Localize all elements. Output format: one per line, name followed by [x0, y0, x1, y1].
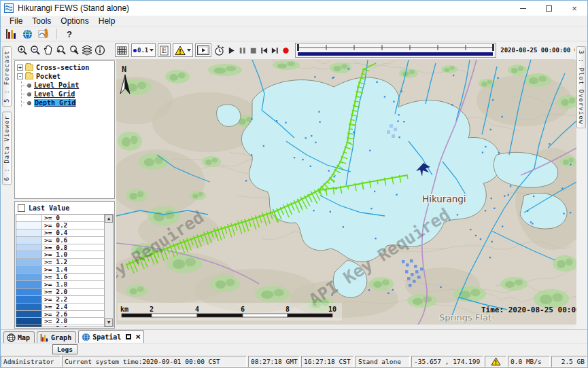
svg-text:2: 2: [150, 306, 154, 313]
globe-outline-icon: [7, 333, 16, 342]
logs-row: Logs: [1, 343, 587, 355]
legend-value: >= 0.8: [42, 244, 67, 251]
tree-leaf-label[interactable]: Level Grid: [34, 90, 75, 98]
status-bar: Administrator Current system time:2020-0…: [1, 355, 587, 367]
tree-leaf-label[interactable]: Level Point: [34, 81, 79, 89]
last-value-checkbox[interactable]: [18, 204, 25, 212]
status-local-time: 16:27:18 CST: [301, 356, 354, 367]
tree-node[interactable]: - Pocket: [16, 72, 114, 81]
step-back-button[interactable]: [260, 43, 269, 57]
legend-row[interactable]: >= 2.4: [16, 303, 104, 311]
maximize-button[interactable]: [536, 1, 561, 16]
tree-node-label[interactable]: Cross-section: [36, 64, 89, 71]
last-value-label: Last Value: [29, 204, 69, 212]
current-time-display: 2020-08-25 00:00:00 CST: [500, 47, 585, 54]
legend-value: >= 2.0: [42, 289, 67, 295]
legend-color-swatch: [16, 222, 42, 229]
forecast-dialog-icon[interactable]: [37, 29, 50, 39]
tree-leaf-selected[interactable]: Depth Grid: [22, 98, 114, 107]
tab-close-icon[interactable]: ×: [135, 333, 141, 340]
toolbar-separator: [56, 29, 57, 39]
right-tab-strip: 3 : Plot Overview: [575, 41, 587, 329]
status-mode: Stand alone: [356, 356, 410, 367]
menu-item[interactable]: Options: [56, 16, 93, 26]
svg-text:8: 8: [286, 306, 290, 313]
threshold-dropdown[interactable]: 0.1: [131, 43, 156, 57]
minimize-button[interactable]: [510, 1, 536, 16]
logs-button[interactable]: Logs: [52, 344, 77, 354]
sidebar-tab-plot-overview[interactable]: 3 : Plot Overview: [576, 46, 586, 128]
sidebar-tab-forecast[interactable]: 5 : Forecast: [2, 46, 12, 107]
tree-leaf[interactable]: Level Point: [22, 81, 114, 90]
legend-value: >= 2.6: [42, 311, 67, 318]
help-button[interactable]: ?: [64, 29, 75, 39]
left-panel: + Cross-section - Pocket Level Point Lev…: [13, 60, 116, 329]
step-forward-button[interactable]: [271, 43, 279, 57]
next-zoom-icon[interactable]: [69, 43, 80, 57]
legend-row[interactable]: >= 3.0: [16, 325, 104, 327]
tree-node[interactable]: + Cross-section: [16, 63, 114, 72]
bar-chart-icon: [40, 333, 49, 342]
sidebar-tab-data-viewer[interactable]: 6 : Data Viewer: [2, 111, 12, 185]
data-tree[interactable]: + Cross-section - Pocket Level Point Lev…: [14, 60, 115, 199]
grid-display-button[interactable]: [115, 43, 129, 57]
svg-text:10: 10: [328, 306, 336, 313]
tab-maximize-icon[interactable]: [126, 334, 131, 339]
play-button[interactable]: [227, 43, 236, 57]
legend-color-swatch: [16, 274, 42, 280]
map-display-icon[interactable]: [21, 29, 33, 39]
svg-text:6: 6: [241, 306, 245, 313]
info-icon[interactable]: [94, 43, 105, 57]
legend-panel: Last Value >= 0: [14, 201, 115, 329]
animation-dialog-button[interactable]: [195, 43, 211, 57]
stop-button[interactable]: [249, 43, 258, 57]
scroll-down-icon[interactable]: ▼: [105, 318, 113, 327]
chevron-down-icon: [150, 49, 154, 52]
node-bullet-icon: [27, 101, 31, 105]
tab-graph[interactable]: Graph: [37, 331, 76, 343]
previous-zoom-icon[interactable]: [56, 43, 67, 57]
status-memory: 2.5 GB: [551, 356, 587, 367]
tree-node-label[interactable]: Pocket: [36, 73, 60, 80]
title-bar: Hikurangi FEWS (Stand alone) ×: [1, 1, 587, 16]
labels-toggle-button[interactable]: E: [158, 43, 171, 57]
timeseries-dialog-icon[interactable]: [5, 29, 17, 39]
tree-leaf-label[interactable]: Depth Grid: [34, 99, 76, 107]
map-canvas[interactable]: API Key Required API Key Required Hikura…: [116, 60, 576, 325]
time-settings-icon[interactable]: [213, 43, 225, 57]
legend-table: >= 0 >= 0.2: [16, 214, 114, 327]
pause-button[interactable]: [238, 43, 247, 57]
menu-item[interactable]: Help: [94, 16, 120, 26]
menu-item[interactable]: Tools: [27, 16, 56, 26]
legend-scrollbar[interactable]: ▲ ▼: [104, 215, 113, 327]
menu-item[interactable]: File: [5, 16, 27, 26]
warnings-dropdown[interactable]: [173, 43, 193, 57]
legend-value: >= 1.0: [42, 251, 67, 258]
expand-toggle-icon[interactable]: +: [17, 65, 23, 71]
tree-leaf[interactable]: Level Grid: [22, 90, 114, 98]
legend-row[interactable]: >= 0.6: [16, 237, 104, 244]
status-gmt-time: 08:27:18 GMT: [248, 356, 300, 367]
svg-text:km: km: [120, 306, 128, 313]
threshold-dot-icon: [133, 49, 137, 52]
record-button[interactable]: [281, 43, 290, 57]
close-button[interactable]: ×: [561, 1, 587, 16]
zoom-in-icon[interactable]: [17, 43, 28, 57]
layers-icon[interactable]: [82, 43, 92, 57]
tab-map[interactable]: Map: [3, 331, 35, 343]
map-view[interactable]: API Key Required API Key Required Hikura…: [116, 60, 575, 329]
legend-value: >= 1.8: [42, 281, 67, 288]
legend-value: >= 1.2: [42, 259, 67, 265]
tab-spatial[interactable]: Spatial ×: [78, 330, 144, 343]
scroll-up-icon[interactable]: ▲: [105, 215, 113, 223]
pan-icon[interactable]: [43, 43, 54, 57]
legend-color-swatch: [16, 289, 42, 295]
time-slider[interactable]: [295, 43, 496, 58]
legend-value: >= 3.0: [42, 325, 67, 327]
svg-text:4: 4: [195, 306, 199, 313]
zoom-out-icon[interactable]: [30, 43, 41, 57]
bottom-tab-bar: Map Graph Spatial ×: [1, 329, 587, 343]
collapse-toggle-icon[interactable]: -: [17, 73, 23, 79]
status-warning-icon[interactable]: [485, 356, 506, 367]
legend-color-swatch: [16, 266, 42, 273]
